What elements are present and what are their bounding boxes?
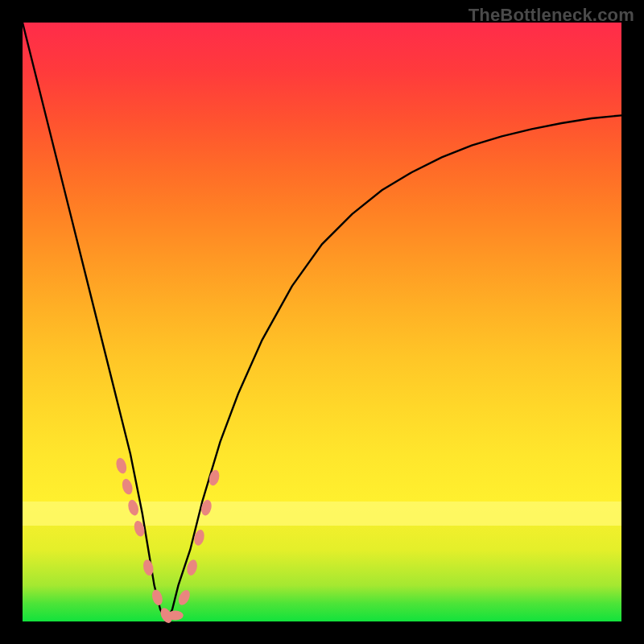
highlight-dot bbox=[208, 469, 221, 486]
highlight-dot bbox=[121, 477, 134, 496]
highlight-dot bbox=[151, 588, 164, 607]
bottleneck-curve bbox=[23, 23, 621, 621]
plot-area bbox=[23, 23, 621, 621]
highlight-dot bbox=[176, 588, 192, 607]
highlight-dots bbox=[114, 456, 221, 625]
curve-layer bbox=[23, 23, 621, 621]
highlight-dot bbox=[167, 611, 184, 621]
watermark-text: TheBottleneck.com bbox=[469, 5, 634, 26]
highlight-dot bbox=[126, 498, 140, 517]
chart-frame: TheBottleneck.com bbox=[0, 0, 644, 644]
highlight-dot bbox=[114, 456, 128, 475]
